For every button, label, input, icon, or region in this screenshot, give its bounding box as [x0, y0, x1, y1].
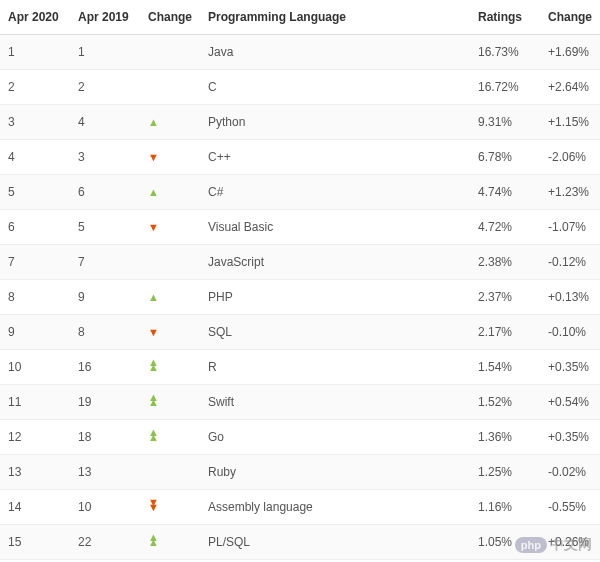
trend-up-icon: ▲ [148, 116, 159, 128]
trend-up-double-icon: ▲▲ [148, 535, 159, 545]
header-apr2019: Apr 2019 [70, 0, 140, 35]
cell-trend: ▲ [140, 280, 200, 315]
header-change-icon: Change [140, 0, 200, 35]
cell-apr2019: 4 [70, 105, 140, 140]
cell-apr2019: 10 [70, 490, 140, 525]
cell-change: +1.15% [540, 105, 600, 140]
cell-trend: ▲▲ [140, 350, 200, 385]
tiobe-index-table: Apr 2020 Apr 2019 Change Programming Lan… [0, 0, 600, 562]
table-row: 77JavaScript2.38%-0.12% [0, 245, 600, 280]
cell-language: C# [200, 175, 470, 210]
table-row: 11Java16.73%+1.69% [0, 35, 600, 70]
cell-apr2020: 8 [0, 280, 70, 315]
cell-language: SQL [200, 315, 470, 350]
table-row: 89▲PHP2.37%+0.13% [0, 280, 600, 315]
cell-language: Ruby [200, 455, 470, 490]
cell-ratings: 4.72% [470, 210, 540, 245]
cell-change: -0.55% [540, 490, 600, 525]
cell-apr2020: 6 [0, 210, 70, 245]
table-row: 1016▲▲R1.54%+0.35% [0, 350, 600, 385]
header-change: Change [540, 0, 600, 35]
cell-ratings: 6.78% [470, 140, 540, 175]
trend-down-icon: ▼ [148, 221, 159, 233]
table-row: 34▲Python9.31%+1.15% [0, 105, 600, 140]
cell-apr2019: 2 [70, 70, 140, 105]
cell-apr2019: 19 [70, 385, 140, 420]
cell-language: PHP [200, 280, 470, 315]
cell-trend: ▼ [140, 315, 200, 350]
cell-change: -2.06% [540, 140, 600, 175]
cell-apr2020: 2 [0, 70, 70, 105]
cell-trend: ▲▲ [140, 525, 200, 560]
header-apr2020: Apr 2020 [0, 0, 70, 35]
table-row: 43▼C++6.78%-2.06% [0, 140, 600, 175]
table-row: 1313Ruby1.25%-0.02% [0, 455, 600, 490]
cell-apr2019: 6 [70, 175, 140, 210]
trend-down-icon: ▼ [148, 326, 159, 338]
table-row: 1410▼▼Assembly language1.16%-0.55% [0, 490, 600, 525]
cell-apr2020: 15 [0, 525, 70, 560]
cell-apr2020: 3 [0, 105, 70, 140]
cell-change: +1.69% [540, 35, 600, 70]
cell-trend: ▲ [140, 175, 200, 210]
trend-up-double-icon: ▲▲ [148, 360, 159, 370]
cell-ratings: 16.73% [470, 35, 540, 70]
cell-trend [140, 455, 200, 490]
cell-trend: ▼▼ [140, 490, 200, 525]
cell-change: +0.35% [540, 420, 600, 455]
cell-ratings: 2.37% [470, 280, 540, 315]
table-header-row: Apr 2020 Apr 2019 Change Programming Lan… [0, 0, 600, 35]
cell-apr2020: 4 [0, 140, 70, 175]
cell-apr2019: 5 [70, 210, 140, 245]
table-row: 22C16.72%+2.64% [0, 70, 600, 105]
trend-up-icon: ▲ [148, 291, 159, 303]
cell-change: -0.10% [540, 315, 600, 350]
cell-ratings: 1.05% [470, 525, 540, 560]
cell-ratings: 2.17% [470, 315, 540, 350]
cell-ratings: 1.36% [470, 420, 540, 455]
cell-apr2019: 3 [70, 140, 140, 175]
cell-language: PL/SQL [200, 525, 470, 560]
header-ratings: Ratings [470, 0, 540, 35]
trend-up-double-icon: ▲▲ [148, 430, 159, 440]
cell-apr2019: 9 [70, 280, 140, 315]
trend-up-icon: ▲ [148, 186, 159, 198]
cell-ratings: 9.31% [470, 105, 540, 140]
cell-apr2019: 22 [70, 525, 140, 560]
cell-change: +0.35% [540, 350, 600, 385]
cell-language: Go [200, 420, 470, 455]
cell-language: JavaScript [200, 245, 470, 280]
cell-trend [140, 70, 200, 105]
cell-apr2020: 13 [0, 455, 70, 490]
cell-change: -0.12% [540, 245, 600, 280]
cell-ratings: 4.74% [470, 175, 540, 210]
table-row: 1218▲▲Go1.36%+0.35% [0, 420, 600, 455]
table-row: 65▼Visual Basic4.72%-1.07% [0, 210, 600, 245]
trend-down-double-icon: ▼▼ [148, 500, 159, 510]
cell-language: C [200, 70, 470, 105]
cell-change: -1.07% [540, 210, 600, 245]
cell-language: Swift [200, 385, 470, 420]
trend-up-double-icon: ▲▲ [148, 395, 159, 405]
cell-ratings: 1.54% [470, 350, 540, 385]
cell-apr2019: 1 [70, 35, 140, 70]
cell-trend: ▲▲ [140, 420, 200, 455]
cell-change: +1.23% [540, 175, 600, 210]
cell-change: +0.13% [540, 280, 600, 315]
cell-ratings: 1.52% [470, 385, 540, 420]
cell-ratings: 1.16% [470, 490, 540, 525]
cell-trend: ▲▲ [140, 385, 200, 420]
cell-apr2020: 1 [0, 35, 70, 70]
cell-apr2020: 7 [0, 245, 70, 280]
cell-apr2020: 9 [0, 315, 70, 350]
table-row: 56▲C#4.74%+1.23% [0, 175, 600, 210]
trend-down-icon: ▼ [148, 151, 159, 163]
table-row: 98▼SQL2.17%-0.10% [0, 315, 600, 350]
cell-apr2019: 7 [70, 245, 140, 280]
cell-language: Assembly language [200, 490, 470, 525]
cell-apr2020: 11 [0, 385, 70, 420]
cell-ratings: 1.25% [470, 455, 540, 490]
cell-ratings: 16.72% [470, 70, 540, 105]
cell-apr2019: 16 [70, 350, 140, 385]
cell-change: +2.64% [540, 70, 600, 105]
